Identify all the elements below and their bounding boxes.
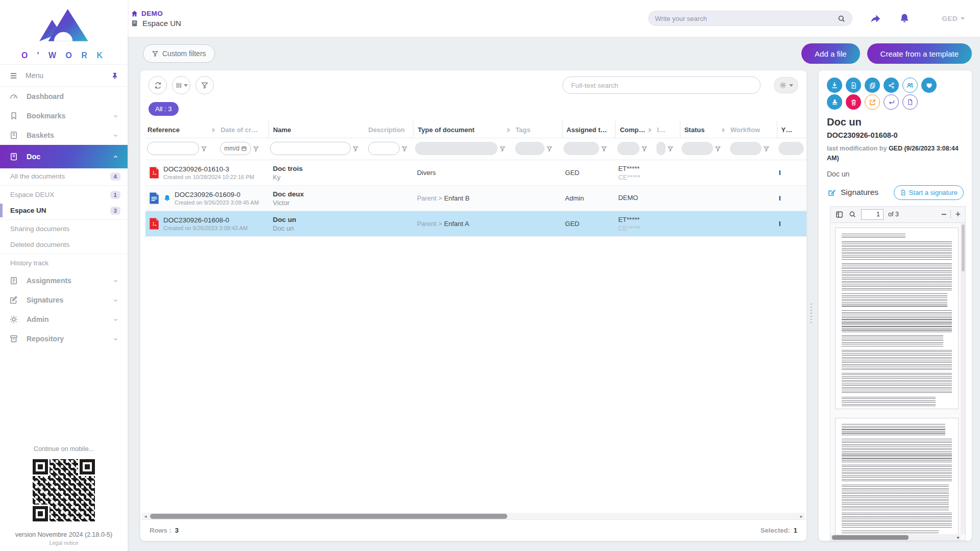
column-header-i[interactable]: I… — [655, 121, 680, 138]
type-filter-input[interactable] — [415, 142, 498, 155]
sort-icon[interactable] — [507, 128, 510, 133]
funnel-icon[interactable] — [601, 145, 607, 152]
table-row-selected[interactable]: DOC230926-01608-0 Created on 9/26/2023 3… — [145, 211, 806, 237]
name-filter-input[interactable] — [270, 142, 351, 155]
column-header-status[interactable]: Status — [680, 121, 728, 138]
zoom-out-button[interactable]: − — [941, 210, 947, 219]
pdf-pages-area[interactable] — [830, 223, 965, 540]
document-properties-button[interactable] — [902, 94, 918, 110]
favorite-heart-button[interactable] — [921, 78, 937, 93]
bell-icon[interactable] — [899, 13, 910, 24]
panel-resize-handle[interactable] — [810, 303, 813, 324]
delete-trash-button[interactable] — [846, 94, 861, 110]
description-filter-input[interactable] — [368, 142, 400, 155]
zoom-in-button[interactable]: + — [955, 210, 961, 219]
sort-icon[interactable] — [212, 128, 215, 133]
company-filter-input[interactable] — [617, 142, 640, 155]
scrollbar-thumb[interactable] — [962, 224, 965, 271]
search-icon[interactable] — [837, 14, 846, 23]
workspace-name[interactable]: DEMO — [141, 10, 163, 17]
column-header-date[interactable]: Date of cr… — [218, 121, 268, 138]
sidebar-item-all-documents[interactable]: All the documents 4 — [0, 168, 128, 184]
column-header-description[interactable]: Description — [366, 121, 413, 138]
sort-icon[interactable] — [649, 128, 652, 133]
filter-button[interactable] — [195, 76, 214, 94]
sidebar-item-doc[interactable]: Doc — [0, 145, 128, 168]
funnel-icon[interactable] — [253, 145, 259, 152]
sidebar-toggle-icon[interactable] — [835, 210, 844, 219]
sidebar-item-deleted-documents[interactable]: Deleted documents — [0, 237, 128, 253]
pdf-vertical-scrollbar[interactable] — [961, 223, 965, 534]
open-external-button[interactable] — [865, 94, 880, 110]
download-button[interactable] — [827, 78, 842, 93]
column-header-assigned[interactable]: Assigned t… — [562, 121, 616, 138]
assigned-filter-input[interactable] — [564, 142, 599, 155]
table-settings-button[interactable] — [774, 77, 798, 93]
funnel-icon[interactable] — [667, 145, 674, 152]
users-button[interactable] — [902, 78, 918, 93]
stamp-button[interactable] — [827, 94, 842, 110]
scroll-right-arrow[interactable]: ▸ — [957, 535, 960, 540]
column-header-type[interactable]: Type of document — [413, 121, 513, 138]
sidebar-item-bookmarks[interactable]: Bookmarks — [0, 106, 128, 126]
sort-icon[interactable] — [722, 128, 725, 133]
column-header-y[interactable]: Y… — [777, 121, 806, 138]
i-filter-input[interactable] — [656, 142, 666, 155]
legal-notice-link[interactable]: Legal notice — [0, 540, 128, 546]
status-filter-input[interactable] — [681, 142, 713, 155]
sidebar-item-sharing-documents[interactable]: Sharing documents — [0, 221, 128, 237]
add-file-button[interactable]: Add a file — [801, 43, 860, 64]
refresh-button[interactable] — [149, 76, 167, 94]
copy-button[interactable] — [865, 78, 880, 93]
tags-filter-input[interactable] — [515, 142, 545, 155]
sidebar-item-espace-deux[interactable]: Espace DEUX 1 — [0, 187, 128, 203]
sidebar-item-history-track[interactable]: History track — [0, 255, 128, 271]
table-row[interactable]: DOC230926-01610-3 Created on 10/28/2024 … — [145, 160, 806, 186]
menu-toggle[interactable]: Menu — [0, 64, 128, 87]
pdf-horizontal-scrollbar[interactable]: ▸ — [830, 534, 961, 540]
home-icon[interactable] — [131, 10, 138, 17]
upload-file-button[interactable] — [846, 78, 861, 93]
funnel-icon[interactable] — [499, 145, 506, 152]
custom-filters-button[interactable]: Custom filters — [143, 44, 215, 63]
scrollbar-thumb[interactable] — [150, 514, 507, 519]
scroll-left-arrow[interactable]: ◂ — [142, 514, 149, 519]
column-header-workflow[interactable]: Workflow — [728, 121, 777, 138]
column-header-reference[interactable]: Reference — [145, 121, 218, 138]
global-search[interactable] — [648, 11, 852, 26]
all-filter-chip[interactable]: All : 3 — [149, 102, 179, 116]
sidebar-item-dashboard[interactable]: Dashboard — [0, 87, 128, 106]
global-search-input[interactable] — [655, 15, 837, 22]
sidebar-item-assignments[interactable]: Assignments — [0, 271, 128, 290]
date-filter-input[interactable]: mm/d — [220, 142, 251, 155]
funnel-icon[interactable] — [715, 145, 721, 152]
table-horizontal-scrollbar[interactable]: ◂ ▸ — [142, 513, 805, 519]
sidebar-item-admin[interactable]: Admin — [0, 310, 128, 329]
columns-button[interactable] — [172, 76, 190, 94]
sidebar-item-baskets[interactable]: Baskets — [0, 126, 128, 145]
column-header-company[interactable]: Comp… — [615, 121, 655, 138]
workflow-filter-input[interactable] — [730, 142, 762, 155]
table-row[interactable]: DOC230926-01609-0 Created on 9/26/2023 3… — [145, 186, 806, 211]
funnel-icon[interactable] — [641, 145, 648, 152]
scrollbar-thumb[interactable] — [832, 535, 909, 540]
y-filter-input[interactable] — [778, 142, 804, 155]
pin-icon[interactable] — [111, 72, 118, 80]
return-button[interactable] — [884, 94, 899, 110]
user-menu[interactable]: GED — [942, 15, 965, 22]
funnel-icon[interactable] — [401, 145, 408, 152]
column-header-tags[interactable]: Tags — [513, 121, 562, 138]
sidebar-item-espace-un[interactable]: Espace UN 3 — [0, 203, 128, 218]
create-from-template-button[interactable]: Create from a template — [867, 43, 972, 64]
funnel-icon[interactable] — [546, 145, 553, 152]
pdf-page-input[interactable] — [861, 209, 884, 220]
funnel-icon[interactable] — [201, 145, 207, 152]
start-signature-button[interactable]: Start a signature — [894, 185, 964, 200]
pdf-search-icon[interactable] — [848, 210, 856, 218]
sidebar-item-repository[interactable]: Repository — [0, 329, 128, 348]
sidebar-item-signatures[interactable]: Signatures — [0, 290, 128, 310]
funnel-icon[interactable] — [763, 145, 770, 152]
share-button[interactable] — [884, 78, 899, 93]
reference-filter-input[interactable] — [147, 142, 199, 155]
scroll-right-arrow[interactable]: ▸ — [798, 514, 804, 519]
